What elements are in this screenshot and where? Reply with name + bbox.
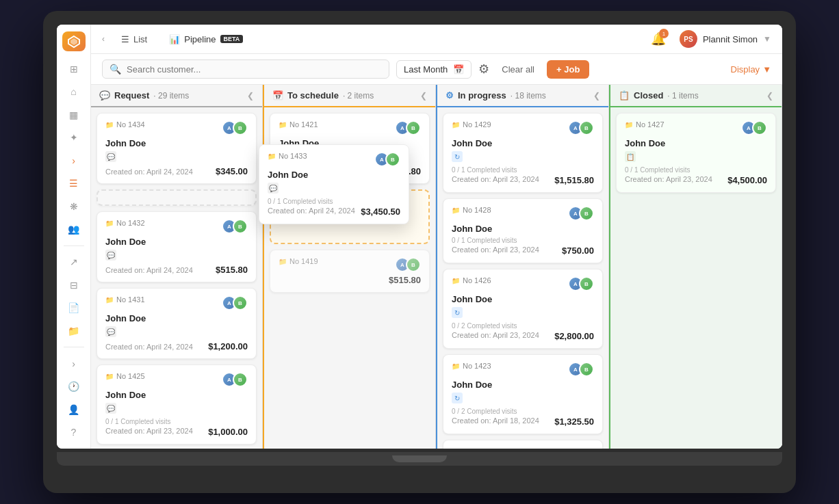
card-1425[interactable]: 📁 No 1425 A B John Doe 💬 [96,364,257,445]
card-avatars-1432: A B [222,219,248,234]
card-1419[interactable]: 📁 No 1419 A B $515.80 [270,250,430,293]
card-date-1426: Created on: April 23, 2024 [452,331,539,341]
nav-back-arrow[interactable]: ‹ [102,34,105,44]
card-visits-1423: 0 / 2 Completed visits [452,408,517,415]
sidebar-item-schedule[interactable]: ❋ [63,197,85,215]
card-1433-floating[interactable]: 📁 No 1433 A B John Doe 💬 0 / 1 Completed… [259,144,409,224]
card-name-1434: John Doe [105,138,248,148]
card-1428[interactable]: 📁 No 1428 A B John Doe 0 / 1 Compl [443,198,603,263]
in-progress-count: · 18 items [511,91,546,101]
sidebar-item-time[interactable]: 🕐 [63,377,85,396]
sidebar-item-grid[interactable]: ▦ [63,105,85,124]
sidebar-item-contacts[interactable]: 👥 [63,220,85,238]
date-filter[interactable]: Last Month 📅 [396,60,472,79]
column-header-in-progress: ⚙ In progress · 18 items ❮ [437,85,608,107]
card-amount-1434: $345.00 [216,166,248,176]
card-visits-1425: 0 / 1 Completed visits [105,418,171,425]
sidebar-item-documents[interactable]: 📄 [63,298,85,317]
card-date-1433: Created on: April 24, 2024 [268,207,355,217]
card-no-1428: 📁 No 1428 [452,206,491,214]
card-1426[interactable]: 📁 No 1426 A B John Doe ↻ [443,269,603,349]
card-no-1429: 📁 No 1429 [452,120,491,129]
user-name: Plannit Simon [703,34,758,44]
request-collapse[interactable]: ❮ [247,91,254,101]
to-schedule-icon: 📅 [272,90,283,101]
app-logo[interactable] [62,31,86,51]
filter-icon[interactable]: ⚙ [478,62,489,77]
notification-bell[interactable]: 🔔 1 [651,31,666,47]
card-date-1427: Created on: April 23, 2024 [625,175,712,185]
column-to-schedule: 📅 To schedule · 2 items ❮ [263,85,436,449]
card-name-1423: John Doe [452,380,594,390]
card-no-1426: 📁 No 1426 [452,276,491,284]
add-job-button[interactable]: + Job [547,60,589,79]
card-avatars-1425: A B [222,372,248,387]
card-date-1431: Created on: April 24, 2024 [105,343,193,351]
card-name-1428: John Doe [452,224,594,234]
sidebar-chevron-up[interactable]: › [63,151,85,170]
sidebar-item-chevron-up2[interactable]: › [63,354,85,373]
avatar-2: B [406,120,421,135]
column-header-request: 💬 Request · 29 items ❮ [91,85,262,107]
card-1427[interactable]: 📁 No 1427 A B John Doe 📋 [616,113,776,193]
pipeline-label: Pipeline [184,34,216,44]
sidebar-item-list[interactable]: ☰ [63,174,85,192]
card-no-1421: 📁 No 1421 [279,120,318,129]
sidebar-item-tasks[interactable]: ⊟ [63,276,85,294]
sidebar-item-profile[interactable]: 👤 [63,400,85,419]
card-no-1427: 📁 No 1427 [625,120,664,129]
doc-icon-1427: 📋 [625,151,636,162]
card-avatars-1426: A B [568,276,594,291]
card-amount-1431: $1,200.00 [208,341,248,352]
nav-tab-pipeline[interactable]: 📊 Pipeline BETA [164,31,248,47]
card-placeholder [96,189,257,206]
card-avatars-1434: A B [222,120,248,135]
request-icon: 💬 [99,90,110,101]
chevron-down-icon: ▼ [763,34,771,44]
card-visits-1429: 0 / 1 Completed visits [452,166,517,174]
closed-count: · 1 items [667,91,698,101]
card-1432[interactable]: 📁 No 1432 A B John Doe 💬 [96,211,257,282]
pipeline-board: 💬 Request · 29 items ❮ 📁 [91,85,782,449]
card-visits-1433: 0 / 1 Completed visits [268,198,333,205]
in-progress-icon: ⚙ [446,90,454,101]
closed-collapse[interactable]: ❮ [766,91,773,101]
pipeline-icon: 📊 [169,34,180,44]
column-request: 💬 Request · 29 items ❮ 📁 [91,85,263,449]
card-avatars-1427: A B [741,120,767,135]
sidebar-item-reports[interactable]: ↗ [63,253,85,271]
search-input[interactable] [127,64,382,75]
card-1429[interactable]: 📁 No 1429 A B John Doe ↻ [443,113,603,193]
to-schedule-collapse[interactable]: ❮ [420,91,427,101]
card-name-1431: John Doe [105,313,248,323]
in-progress-collapse[interactable]: ❮ [593,91,600,101]
avatar-2: B [579,362,594,377]
card-visits-1427: 0 / 1 Completed visits [625,166,690,174]
card-no-1423: 📁 No 1423 [452,362,491,370]
user-area[interactable]: PS Plannit Simon ▼ [680,30,771,48]
notification-badge: 1 [659,29,669,38]
nav-tab-list[interactable]: ☰ List [116,31,153,47]
sidebar-item-tools[interactable]: ✦ [63,128,85,146]
sidebar-item-files[interactable]: 📁 [63,321,85,340]
card-date-1425: Created on: April 23, 2024 [105,427,193,437]
card-amount-1427: $4,500.00 [727,175,767,185]
card-amount-1432: $515.80 [216,265,248,275]
spin-icon-1426: ↻ [452,307,463,318]
sidebar-item-help[interactable]: ? [63,423,85,442]
display-button[interactable]: Display ▼ [731,64,772,75]
sidebar: ⊞ ⌂ ▦ ✦ › ☰ ❋ 👥 ↗ ⊟ 📄 📁 › 🕐 👤 ? [57,25,91,449]
calendar-icon: 📅 [453,64,464,75]
card-1431[interactable]: 📁 No 1431 A B John Doe 💬 [96,288,257,359]
card-1422[interactable]: 📁 No 1422 A B John Doe ↻ [443,440,603,449]
search-box[interactable]: 🔍 [102,59,389,79]
card-amount-1419: $515.80 [389,275,421,285]
sidebar-item-dashboard[interactable]: ⊞ [63,59,85,78]
card-avatars-1421: A B [395,120,421,135]
card-1423[interactable]: 📁 No 1423 A B John Doe ↻ [443,354,603,434]
sidebar-item-home[interactable]: ⌂ [63,83,85,101]
msg-icon-1433: 💬 [268,183,279,194]
card-1434[interactable]: 📁 No 1434 A B John Doe 💬 [96,113,257,184]
clear-button[interactable]: Clear all [496,61,540,78]
msg-icon-1434: 💬 [105,151,116,162]
